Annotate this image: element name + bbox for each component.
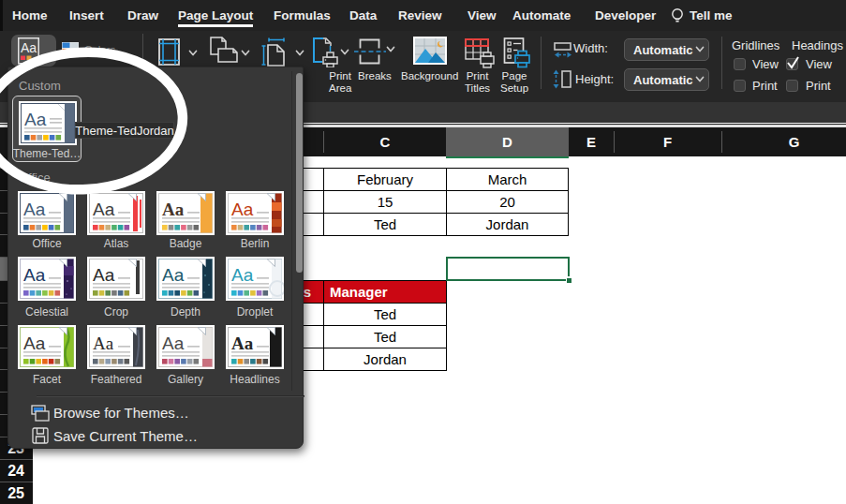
svg-text:Aa: Aa (162, 265, 185, 285)
svg-text:Aa: Aa (23, 334, 46, 353)
svg-text:Aa: Aa (231, 334, 254, 353)
svg-text:Aa: Aa (93, 334, 114, 353)
svg-text:Aa: Aa (93, 200, 115, 219)
svg-text:Aa: Aa (231, 200, 254, 219)
svg-text:Aa: Aa (231, 265, 254, 285)
svg-text:Aa: Aa (21, 40, 37, 55)
svg-text:Aa: Aa (23, 200, 46, 219)
svg-text:Aa: Aa (93, 265, 115, 285)
svg-text:Aa: Aa (162, 200, 185, 219)
svg-text:Aa: Aa (23, 265, 46, 285)
svg-text:Aa: Aa (24, 110, 47, 129)
svg-text:Aa: Aa (162, 334, 185, 353)
